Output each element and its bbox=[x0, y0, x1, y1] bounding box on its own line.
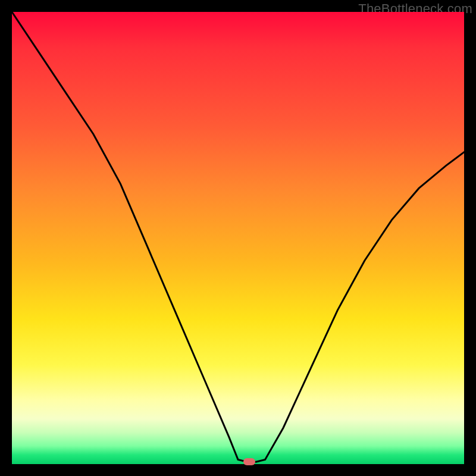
plot-area bbox=[12, 12, 464, 464]
bottleneck-curve-path bbox=[12, 12, 464, 462]
curve-svg bbox=[12, 12, 464, 464]
minimum-marker bbox=[243, 458, 255, 465]
chart-container: TheBottleneck.com bbox=[0, 0, 476, 476]
